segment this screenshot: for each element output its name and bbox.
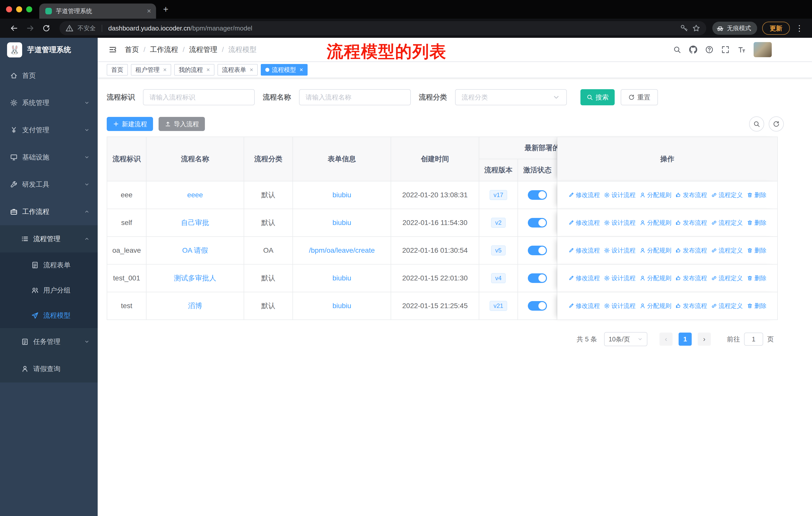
search-icon[interactable] (673, 46, 681, 54)
action-assign-rule[interactable]: 分配规则 (640, 219, 671, 227)
browser-update-button[interactable]: 更新 (762, 22, 790, 35)
action-design-process[interactable]: 设计流程 (604, 302, 636, 310)
action-modify-process[interactable]: 修改流程 (568, 219, 600, 227)
security-label[interactable]: 不安全 (78, 24, 96, 32)
action-assign-rule[interactable]: 分配规则 (640, 274, 671, 282)
url-text[interactable]: dashboard.yudao.iocoder.cn/bpm/manager/m… (108, 24, 676, 32)
page-tag[interactable]: 首页 (107, 64, 128, 76)
action-process-definition[interactable]: 流程定义 (711, 219, 743, 227)
reload-icon[interactable] (42, 24, 50, 32)
process-name-link[interactable]: 自己审批 (181, 218, 209, 227)
sidebar-item-system[interactable]: 系统管理 (0, 89, 98, 116)
sidebar-item-workflow[interactable]: 工作流程 (0, 198, 98, 225)
sidebar-item-home[interactable]: 首页 (0, 62, 98, 89)
breadcrumb-item[interactable]: 流程管理 (189, 45, 218, 54)
action-process-definition[interactable]: 流程定义 (711, 191, 743, 199)
sidebar-item-leave-query[interactable]: 请假查询 (0, 355, 98, 382)
action-publish-process[interactable]: 发布流程 (675, 219, 707, 227)
sidebar-item-process-model[interactable]: 流程模型 (0, 303, 98, 328)
form-info-link[interactable]: biubiu (332, 191, 351, 199)
form-info-link[interactable]: biubiu (332, 302, 351, 310)
page-tag[interactable]: 租户管理 × (131, 64, 171, 76)
action-design-process[interactable]: 设计流程 (604, 191, 636, 199)
create-process-button[interactable]: 新建流程 (107, 117, 153, 131)
action-design-process[interactable]: 设计流程 (604, 274, 636, 282)
sidebar-item-payment[interactable]: 支付管理 (0, 116, 98, 144)
breadcrumb-item[interactable]: 首页 (125, 45, 139, 54)
action-modify-process[interactable]: 修改流程 (568, 274, 600, 282)
action-publish-process[interactable]: 发布流程 (675, 191, 707, 199)
back-icon[interactable] (10, 24, 18, 32)
browser-menu-icon[interactable]: ⋮ (794, 23, 805, 33)
process-name-link[interactable]: OA 请假 (182, 246, 208, 255)
action-delete[interactable]: 删除 (747, 219, 766, 227)
browser-tab[interactable]: 芋道管理系统 × (39, 3, 156, 19)
page-tag[interactable]: 流程表单 × (218, 64, 258, 76)
sidebar-item-infrastructure[interactable]: 基础设施 (0, 144, 98, 171)
active-toggle[interactable] (528, 246, 547, 255)
tab-close-icon[interactable]: × (147, 7, 151, 15)
action-modify-process[interactable]: 修改流程 (568, 302, 600, 310)
fullscreen-icon[interactable] (721, 46, 729, 54)
action-delete[interactable]: 删除 (747, 302, 766, 310)
action-process-definition[interactable]: 流程定义 (711, 274, 743, 282)
process-name-input[interactable] (299, 89, 411, 105)
tag-close-icon[interactable]: × (250, 66, 253, 73)
action-assign-rule[interactable]: 分配规则 (640, 302, 671, 310)
process-category-select[interactable]: 流程分类 (455, 89, 567, 105)
font-size-icon[interactable] (737, 46, 746, 54)
sidebar-item-task-management[interactable]: 任务管理 (0, 328, 98, 355)
process-key-input[interactable] (143, 89, 255, 105)
active-toggle[interactable] (528, 301, 547, 311)
goto-page-input[interactable] (744, 332, 763, 346)
show-search-button[interactable] (749, 116, 764, 132)
action-delete[interactable]: 删除 (747, 246, 766, 254)
help-icon[interactable] (705, 46, 713, 54)
sidebar-item-devtools[interactable]: 研发工具 (0, 171, 98, 198)
action-publish-process[interactable]: 发布流程 (675, 246, 707, 254)
action-publish-process[interactable]: 发布流程 (675, 302, 707, 310)
prev-page-button[interactable]: ‹ (660, 332, 672, 346)
menu-fold-icon[interactable] (109, 46, 117, 54)
password-key-icon[interactable] (680, 24, 688, 32)
page-tag[interactable]: 我的流程 × (174, 64, 214, 76)
page-size-select[interactable]: 10条/页 (604, 332, 647, 346)
tag-close-icon[interactable]: × (299, 66, 303, 73)
refresh-table-button[interactable] (769, 116, 784, 132)
page-tag-active[interactable]: 流程模型 × (261, 64, 308, 76)
tag-close-icon[interactable]: × (163, 66, 167, 73)
reset-button[interactable]: 重置 (621, 89, 658, 105)
active-toggle[interactable] (528, 190, 547, 200)
breadcrumb-item[interactable]: 工作流程 (150, 45, 178, 54)
form-info-link[interactable]: biubiu (332, 219, 351, 227)
window-minimize-button[interactable] (16, 6, 22, 12)
action-modify-process[interactable]: 修改流程 (568, 246, 600, 254)
action-publish-process[interactable]: 发布流程 (675, 274, 707, 282)
process-name-link[interactable]: 测试多审批人 (174, 273, 216, 283)
tag-close-icon[interactable]: × (206, 66, 210, 73)
window-zoom-button[interactable] (26, 6, 32, 12)
process-name-link[interactable]: eeee (187, 191, 203, 199)
action-process-definition[interactable]: 流程定义 (711, 302, 743, 310)
action-design-process[interactable]: 设计流程 (604, 246, 636, 254)
form-info-link[interactable]: /bpm/oa/leave/create (309, 246, 375, 254)
action-process-definition[interactable]: 流程定义 (711, 246, 743, 254)
window-close-button[interactable] (6, 6, 12, 12)
page-number-button[interactable]: 1 (678, 332, 692, 346)
active-toggle[interactable] (528, 273, 547, 283)
form-info-link[interactable]: biubiu (332, 274, 351, 282)
action-assign-rule[interactable]: 分配规则 (640, 246, 671, 254)
next-page-button[interactable]: › (698, 332, 711, 346)
active-toggle[interactable] (528, 218, 547, 227)
sidebar-item-user-group[interactable]: 用户分组 (0, 278, 98, 303)
sidebar-item-process-form[interactable]: 流程表单 (0, 252, 98, 278)
github-icon[interactable] (689, 46, 697, 54)
import-process-button[interactable]: 导入流程 (158, 117, 205, 131)
address-bar[interactable]: 不安全 dashboard.yudao.iocoder.cn/bpm/manag… (59, 21, 706, 35)
action-delete[interactable]: 删除 (747, 274, 766, 282)
bookmark-star-icon[interactable] (692, 24, 700, 32)
action-delete[interactable]: 删除 (747, 191, 766, 199)
action-modify-process[interactable]: 修改流程 (568, 191, 600, 199)
forward-icon[interactable] (26, 24, 34, 32)
action-design-process[interactable]: 设计流程 (604, 219, 636, 227)
